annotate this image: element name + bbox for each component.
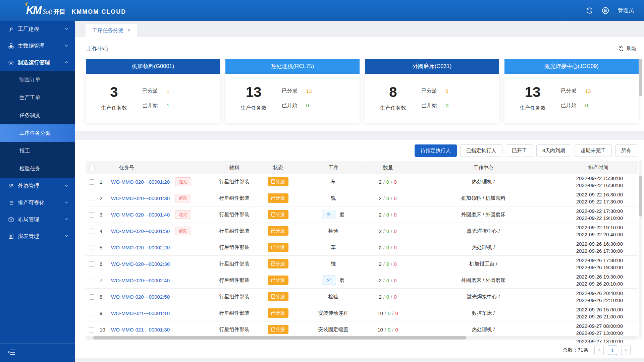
filter-button[interactable]: 已指定执行人 <box>460 144 502 157</box>
filter-button[interactable]: 3天内到期 <box>536 144 571 157</box>
current-page-button[interactable]: 1 <box>608 346 617 355</box>
row-checkbox[interactable] <box>89 261 94 267</box>
filter-button-group: 待指定执行人 已指定执行人 已开工 3天内到期 超期未完工 所有 <box>415 144 637 157</box>
sidebar-item-inspection-tasks[interactable]: 检验任务 <box>0 160 75 178</box>
task-number-link[interactable]: WO-MMO-020---00002:20 <box>111 245 170 250</box>
row-checkbox[interactable] <box>89 278 94 283</box>
schedule-end-time: 2022-09-22 16:30:00 <box>559 182 623 189</box>
task-number-link[interactable]: WO-MMO-021---00001:30 <box>111 327 170 333</box>
table-row: 8 WO-MMO-020---00002:50 超期 行星组件部装 已分派 外 … <box>86 289 638 305</box>
table-vertical-scrollbar-thumb[interactable] <box>639 176 642 217</box>
assigned-value: 1 <box>167 88 177 94</box>
row-checkbox[interactable] <box>89 212 94 218</box>
filter-button[interactable]: 待指定执行人 <box>415 144 457 157</box>
assigned-value: 13 <box>306 88 316 94</box>
task-number-link[interactable]: WO-MMO-021---00001:10 <box>111 310 170 316</box>
select-all-checkbox[interactable] <box>90 165 95 170</box>
work-center-cards: 机加领料(G0001) 3 生产任务数 已分派 1 已开始 1 热处理机(RCL… <box>86 59 639 123</box>
row-checkbox[interactable] <box>89 327 94 333</box>
refresh-button[interactable]: 刷新 <box>619 46 637 52</box>
sidebar-item-report-management[interactable]: 报表管理 <box>0 228 75 245</box>
schedule-start-time: 2022-09-26 17:30:00 <box>559 257 623 264</box>
column-header-status: 状态 <box>257 165 299 170</box>
user-avatar-icon[interactable] <box>602 7 609 14</box>
main-content: 工序任务分派 × 工作中心 刷新 机加领料(G0001) 3 生产任务数 <box>75 21 644 362</box>
work-center-card-title: 激光焊接中心(JGC09) <box>504 59 639 74</box>
schedule-time-cell: 2022-09-27 08:00:00 2022-09-27 13:00:00 <box>559 322 638 337</box>
task-number-link[interactable]: WO-MMO-020---00002:50 <box>111 294 170 300</box>
cards-vertical-scrollbar-thumb[interactable] <box>639 59 642 96</box>
sidebar-item-label: 外协管理 <box>18 183 39 190</box>
task-number-link[interactable]: WO-MMO-020---00001:40 <box>111 212 170 218</box>
horizontal-scrollbar-thumb[interactable] <box>93 336 466 340</box>
sidebar-item-factory-modeling[interactable]: 工厂建模 <box>0 21 75 38</box>
collapse-sidebar-icon[interactable] <box>7 349 15 357</box>
row-checkbox[interactable] <box>89 311 94 316</box>
outsource-tag: 外 <box>322 276 336 285</box>
sidebar-item-manufacturing-orders[interactable]: 制造订单 <box>0 71 75 89</box>
filter-button[interactable]: 已开工 <box>506 144 533 157</box>
process-name: 磨 <box>339 277 344 284</box>
task-number-link[interactable]: WO-MMO-020---00001:20 <box>111 179 170 185</box>
work-center-card[interactable]: 激光焊接中心(JGC09) 13 生产任务数 已分派 13 已开始 0 <box>504 59 639 123</box>
sidebar-item-process-task-dispatch[interactable]: 工序任务分派 <box>0 124 75 142</box>
person-icon <box>8 183 14 189</box>
task-number-link[interactable]: WO-MMO-020---00002:40 <box>111 278 170 283</box>
task-number-link[interactable]: WO-MMO-020---00001:50 <box>111 228 170 234</box>
prev-page-button[interactable]: < <box>594 346 604 355</box>
sidebar-item-label: 布局管理 <box>18 216 39 223</box>
status-badge: 已分派 <box>268 243 288 252</box>
task-count-label: 生产任务数 <box>86 105 142 112</box>
sidebar-item-production-orders[interactable]: 生产工单 <box>0 89 75 107</box>
row-index: 4 <box>99 228 111 234</box>
column-header-task-no: 任务号 <box>111 165 212 170</box>
task-number-link[interactable]: WO-MMO-020---00001:30 <box>111 195 170 201</box>
schedule-end-time: 2022-09-27 13:00:00 <box>559 329 623 337</box>
sidebar-item-master-data[interactable]: 主数据管理 <box>0 38 75 54</box>
row-checkbox[interactable] <box>89 196 94 201</box>
filter-button[interactable]: 所有 <box>615 144 637 157</box>
report-icon <box>8 233 14 239</box>
next-page-button[interactable]: > <box>621 346 631 355</box>
sidebar-item-work-report[interactable]: 报工 <box>0 142 75 160</box>
started-label: 已开始 <box>421 102 437 109</box>
sidebar-item-manufacturing-ops[interactable]: 制造运行管理 <box>0 54 75 71</box>
schedule-start-time: 2022-09-26 16:30:00 <box>559 240 623 247</box>
chevron-down-icon <box>64 200 68 206</box>
current-user-name[interactable]: 管理员 <box>618 7 634 14</box>
tab-close-icon[interactable]: × <box>127 28 130 33</box>
sidebar-item-label: 主数据管理 <box>18 43 45 50</box>
outsource-tag: 外 <box>322 210 336 219</box>
sidebar-item-schedule-visualization[interactable]: 排产可视化 <box>0 194 75 211</box>
sidebar-item-task-scheduling[interactable]: 任务调度 <box>0 107 75 124</box>
refresh-page-icon[interactable] <box>586 7 593 14</box>
assigned-value: 8 <box>446 88 456 94</box>
row-checkbox[interactable] <box>89 245 94 250</box>
row-index: 6 <box>99 261 111 267</box>
row-checkbox[interactable] <box>89 229 94 234</box>
row-checkbox[interactable] <box>89 294 94 300</box>
process-name: 铣 <box>331 195 336 201</box>
row-checkbox[interactable] <box>89 179 94 185</box>
process-name: 磨 <box>339 212 344 218</box>
work-center-card[interactable]: 外圆磨床(C031) 8 生产任务数 已分派 8 已开始 0 <box>365 59 499 123</box>
quantity-cell: 2/0/0 <box>368 212 408 218</box>
tab-process-task-dispatch[interactable]: 工序任务分派 × <box>86 24 137 37</box>
row-index: 7 <box>99 278 111 283</box>
work-center-card[interactable]: 机加领料(G0001) 3 生产任务数 已分派 1 已开始 1 <box>86 59 220 123</box>
sidebar-item-layout-management[interactable]: 布局管理 <box>0 211 75 228</box>
filter-button[interactable]: 超期未完工 <box>575 144 612 157</box>
table-row: 3 WO-MMO-020---00001:40 超期 行星组件部装 已分派 外 … <box>86 206 638 223</box>
task-count-label: 生产任务数 <box>225 105 282 112</box>
sidebar-item-outsourcing[interactable]: 外协管理 <box>0 178 75 194</box>
schedule-time-cell: 2022-09-26 17:30:00 2022-09-26 19:30:00 <box>559 257 638 271</box>
schedule-end-time: 2022-09-26 19:30:00 <box>559 264 623 271</box>
material-cell: 行星组件部装 <box>212 294 257 300</box>
logo-flame-icon <box>25 2 30 9</box>
row-index: 8 <box>99 294 111 300</box>
overdue-badge: 超期 <box>175 177 191 186</box>
quantity-cell: 2/0/0 <box>368 261 408 267</box>
table-row: 5 WO-MMO-020---00002:20 超期 行星组件部装 已分派 外 … <box>86 239 638 256</box>
work-center-card[interactable]: 热处理机(RCL75) 13 生产任务数 已分派 13 已开始 0 <box>225 59 360 123</box>
task-number-link[interactable]: WO-MMO-020---00002:30 <box>111 261 170 267</box>
